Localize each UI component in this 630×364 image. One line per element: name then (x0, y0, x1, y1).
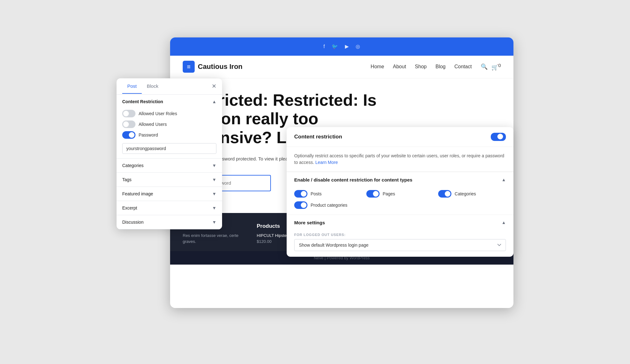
learn-more-link[interactable]: Learn More (315, 160, 338, 165)
discussion-chevron: ▼ (212, 220, 216, 225)
featured-image-chevron: ▼ (212, 191, 216, 196)
close-icon[interactable]: ✕ (212, 83, 216, 90)
search-icon[interactable]: 🔍 (481, 63, 488, 70)
site-logo: ≡ Cautious Iron (183, 61, 371, 73)
cart-icon[interactable]: 🛒0 (491, 63, 501, 71)
password-value-input[interactable] (122, 143, 216, 154)
tags-section[interactable]: Tags ▼ (117, 173, 222, 187)
restriction-panel: Content restriction Optionally restrict … (287, 127, 513, 257)
logo-icon: ≡ (183, 61, 195, 73)
posts-label: Posts (311, 191, 322, 196)
excerpt-section[interactable]: Excerpt ▼ (117, 201, 222, 215)
password-row: Password (122, 131, 216, 139)
content-restriction-title: Content Restriction (122, 99, 163, 104)
instagram-icon[interactable]: ◎ (356, 43, 360, 49)
featured-image-label: Featured image (122, 191, 153, 196)
content-types-content: Posts Pages Categories Product categorie… (287, 188, 513, 215)
discussion-label: Discussion (122, 220, 144, 225)
pages-toggle[interactable] (366, 190, 380, 198)
excerpt-chevron: ▼ (212, 205, 216, 210)
restriction-panel-header: Content restriction (287, 127, 513, 147)
content-restriction-header[interactable]: Content Restriction ▲ (117, 95, 222, 109)
content-types-chevron: ▲ (501, 177, 506, 182)
pages-toggle-item: Pages (366, 190, 434, 198)
logged-out-select[interactable]: Show default Wordpress login page Redire… (294, 239, 506, 251)
content-types-subsection: Enable / disable content restriction for… (287, 172, 513, 215)
cart-count: 0 (498, 63, 501, 68)
tags-chevron: ▼ (212, 177, 216, 182)
product-categories-toggle-item: Product categories (294, 201, 506, 209)
content-restriction-content: Allowed User Roles Allowed Users Passwor… (117, 109, 222, 158)
content-types-grid: Posts Pages Categories (294, 190, 506, 198)
nav-about[interactable]: About (393, 64, 406, 70)
categories-toggle-item: Categories (438, 190, 506, 198)
excerpt-label: Excerpt (122, 205, 137, 210)
nav-blog[interactable]: Blog (435, 64, 445, 70)
facebook-icon[interactable]: f (324, 44, 325, 49)
categories-chevron: ▼ (212, 163, 216, 168)
site-navbar: ≡ Cautious Iron Home About Shop Blog Con… (170, 56, 513, 78)
posts-toggle[interactable] (294, 190, 307, 198)
password-toggle[interactable] (122, 131, 135, 139)
tab-block[interactable]: Block (142, 79, 163, 94)
tab-post[interactable]: Post (122, 79, 142, 94)
pages-label: Pages (383, 191, 395, 196)
posts-toggle-item: Posts (294, 190, 362, 198)
about-text: Res enim fortasse verae, certe graves. (183, 232, 247, 245)
site-topbar: f 🐦 ▶ ◎ (170, 37, 513, 56)
more-settings-header[interactable]: More settings ▲ (287, 215, 513, 230)
more-settings-chevron: ▲ (501, 220, 506, 225)
more-settings-content: FOR LOGGED OUT USERS: Show default Wordp… (287, 230, 513, 257)
logged-out-label: FOR LOGGED OUT USERS: (294, 233, 506, 237)
sidebar-header: Post Block ✕ (117, 78, 222, 95)
tags-label: Tags (122, 177, 132, 182)
more-settings-title: More settings (294, 220, 325, 225)
restriction-master-toggle[interactable] (491, 133, 506, 141)
restriction-description: Optionally restrict access to specific p… (294, 153, 506, 166)
featured-image-section[interactable]: Featured image ▼ (117, 187, 222, 201)
product-categories-label: Product categories (311, 203, 347, 208)
content-types-header[interactable]: Enable / disable content restriction for… (287, 172, 513, 188)
nav-home[interactable]: Home (371, 64, 384, 70)
content-types-title: Enable / disable content restriction for… (294, 177, 412, 182)
content-restriction-chevron: ▲ (212, 99, 216, 104)
restriction-panel-title: Content restriction (294, 134, 342, 140)
password-label: Password (139, 132, 158, 137)
allowed-users-row: Allowed Users (122, 120, 216, 128)
content-restriction-section: Content Restriction ▲ Allowed User Roles… (117, 95, 222, 159)
product-categories-toggle[interactable] (294, 201, 307, 209)
categories-toggle[interactable] (438, 190, 451, 198)
youtube-icon[interactable]: ▶ (345, 43, 349, 49)
nav-shop[interactable]: Shop (415, 64, 427, 70)
sidebar-tabs: Post Block (122, 79, 212, 94)
site-nav-links: Home About Shop Blog Contact 🔍 🛒0 (371, 63, 501, 71)
gutenberg-sidebar: Post Block ✕ Content Restriction ▲ Allow… (117, 78, 222, 229)
allowed-users-toggle[interactable] (122, 120, 135, 128)
site-logo-text: Cautious Iron (198, 63, 243, 71)
allowed-user-roles-row: Allowed User Roles (122, 110, 216, 117)
allowed-user-roles-label: Allowed User Roles (139, 111, 177, 116)
categories-label: Categories (122, 163, 144, 168)
restriction-panel-body: Optionally restrict access to specific p… (287, 147, 513, 172)
discussion-section[interactable]: Discussion ▼ (117, 215, 222, 229)
allowed-users-label: Allowed Users (139, 122, 167, 127)
twitter-icon[interactable]: 🐦 (332, 43, 338, 49)
allowed-user-roles-toggle[interactable] (122, 110, 135, 117)
nav-contact[interactable]: Contact (455, 64, 472, 70)
categories-section[interactable]: Categories ▼ (117, 159, 222, 173)
nav-icons: 🔍 🛒0 (481, 63, 501, 71)
categories-label: Categories (455, 191, 476, 196)
